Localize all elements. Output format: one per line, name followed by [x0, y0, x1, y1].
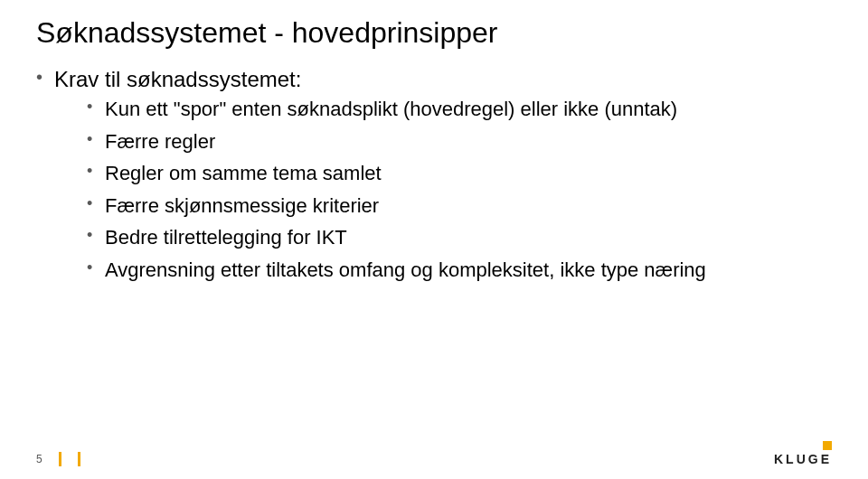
page-number: 5 [36, 453, 42, 465]
bullet-text: Færre regler [105, 130, 215, 153]
bullet-item: Avgrensning etter tiltakets omfang og ko… [87, 258, 832, 283]
bullet-text: Bedre tilrettelegging for IKT [105, 226, 347, 249]
bullet-text: Regler om samme tema samlet [105, 162, 382, 184]
bullet-text: Færre skjønnsmessige kriterier [105, 194, 379, 217]
slide: Søknadssystemet - hovedprinsipper Krav t… [0, 0, 868, 479]
footer-tick-icon [78, 452, 80, 466]
logo-square-icon [823, 441, 832, 450]
brand-logo: KLUGE [774, 441, 832, 466]
bullet-list-level1: Krav til søknadssystemet: Kun ett "spor"… [36, 66, 832, 282]
bullet-text: Kun ett "spor" enten søknadsplikt (hoved… [105, 98, 677, 120]
bullet-item: Krav til søknadssystemet: Kun ett "spor"… [36, 66, 832, 282]
bullet-list-level2: Kun ett "spor" enten søknadsplikt (hoved… [87, 97, 832, 282]
bullet-item: Regler om samme tema samlet [87, 161, 832, 186]
bullet-item: Bedre tilrettelegging for IKT [87, 225, 832, 250]
bullet-text: Krav til søknadssystemet: [54, 67, 301, 91]
slide-title: Søknadssystemet - hovedprinsipper [36, 16, 832, 50]
bullet-item: Kun ett "spor" enten søknadsplikt (hoved… [87, 97, 832, 122]
bullet-item: Færre regler [87, 129, 832, 155]
slide-footer: 5 [36, 452, 80, 466]
bullet-item: Færre skjønnsmessige kriterier [87, 193, 832, 219]
bullet-text: Avgrensning etter tiltakets omfang og ko… [105, 258, 706, 281]
footer-tick-icon [59, 452, 61, 466]
logo-text: KLUGE [774, 452, 832, 466]
